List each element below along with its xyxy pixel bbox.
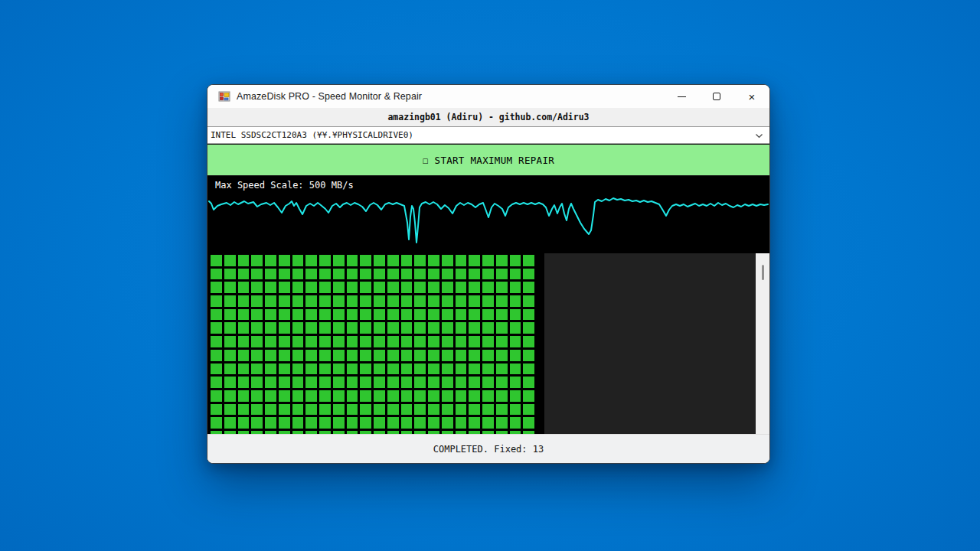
app-icon [218, 90, 230, 103]
block-cell [224, 269, 236, 280]
block-cell [387, 309, 399, 321]
block-cell [510, 255, 521, 266]
desktop: { "window": { "title": "AmazeDisk PRO - … [0, 0, 980, 551]
block-cell [224, 404, 236, 416]
block-cell [347, 417, 358, 429]
block-cell [224, 336, 236, 347]
block-cell [292, 269, 304, 280]
scrollbar[interactable] [756, 253, 769, 434]
block-cell [238, 417, 250, 429]
block-cell [482, 350, 494, 361]
block-cell [482, 364, 494, 375]
block-cell [305, 309, 317, 321]
block-cell [251, 431, 263, 434]
block-cell [305, 404, 317, 416]
block-cell [456, 322, 467, 334]
block-cell [333, 295, 345, 307]
block-cell [319, 336, 331, 347]
block-cell [496, 404, 508, 416]
block-cell [305, 282, 317, 293]
block-cell [238, 322, 250, 334]
block-cell [414, 390, 426, 402]
block-cell [510, 431, 521, 434]
block-cell [347, 269, 358, 280]
block-cell [224, 431, 236, 434]
block-cell [333, 336, 345, 347]
minimize-button[interactable] [664, 85, 699, 108]
scrollbar-thumb[interactable] [762, 265, 764, 280]
block-cell [292, 364, 304, 375]
block-cell [347, 322, 358, 334]
block-cell [523, 282, 534, 293]
maximize-button[interactable] [699, 85, 734, 108]
block-cell [265, 377, 276, 388]
block-cell [360, 295, 371, 307]
block-cell [496, 309, 508, 321]
block-cell [523, 417, 534, 429]
block-cell [279, 364, 290, 375]
block-cell [292, 255, 304, 266]
block-cell [224, 417, 236, 429]
block-cell [319, 282, 331, 293]
block-cell [482, 417, 494, 429]
block-cell [496, 269, 508, 280]
block-cell [265, 282, 276, 293]
block-cell [251, 390, 263, 402]
block-cell [482, 390, 494, 402]
block-cell [224, 282, 236, 293]
block-cell [319, 350, 331, 361]
drive-select[interactable]: INTEL SSDSC2CT120A3 (¥¥.¥PHYSICALDRIVE0) [207, 126, 769, 144]
block-cell [251, 309, 263, 321]
block-cell [360, 350, 371, 361]
block-cell [456, 295, 467, 307]
block-cell [279, 269, 290, 280]
block-cell [238, 431, 250, 434]
block-cell [251, 255, 263, 266]
block-cell [238, 364, 250, 375]
block-cell [442, 404, 453, 416]
block-cell [292, 431, 304, 434]
block-cell [414, 336, 426, 347]
block-cell [211, 322, 222, 334]
block-cell [482, 255, 494, 266]
block-cell [238, 350, 250, 361]
block-cell [279, 377, 290, 388]
block-cell [211, 377, 222, 388]
block-cell [251, 417, 263, 429]
block-cell [265, 431, 276, 434]
block-cell [279, 295, 290, 307]
block-cell [456, 255, 467, 266]
speed-monitor-panel: Max Speed Scale: 500 MB/s [207, 176, 769, 253]
block-cell [456, 417, 467, 429]
block-cell [496, 417, 508, 429]
block-cell [319, 431, 331, 434]
block-cell [347, 377, 358, 388]
block-cell [224, 350, 236, 361]
block-cell [224, 377, 236, 388]
speed-scale-label: Max Speed Scale: 500 MB/s [215, 180, 354, 191]
block-cell [456, 309, 467, 321]
block-cell [265, 309, 276, 321]
block-cell [333, 350, 345, 361]
block-cell [482, 377, 494, 388]
block-cell [238, 390, 250, 402]
block-cell [456, 364, 467, 375]
block-cell [387, 322, 399, 334]
block-cell [510, 309, 521, 321]
block-cell [523, 322, 534, 334]
start-repair-button[interactable]: ☐ START MAXIMUM REPAIR [207, 144, 769, 176]
block-cell [387, 377, 399, 388]
block-cell [387, 295, 399, 307]
block-cell [211, 350, 222, 361]
block-cell [374, 309, 385, 321]
block-cell [456, 336, 467, 347]
block-cell [333, 364, 345, 375]
block-cell [347, 336, 358, 347]
block-cell [347, 295, 358, 307]
close-button[interactable]: × [734, 85, 769, 108]
status-bar: COMPLETED. Fixed: 13 [207, 434, 769, 463]
block-cell [251, 295, 263, 307]
block-cell [374, 269, 385, 280]
block-cell [401, 255, 413, 266]
block-cell [251, 377, 263, 388]
